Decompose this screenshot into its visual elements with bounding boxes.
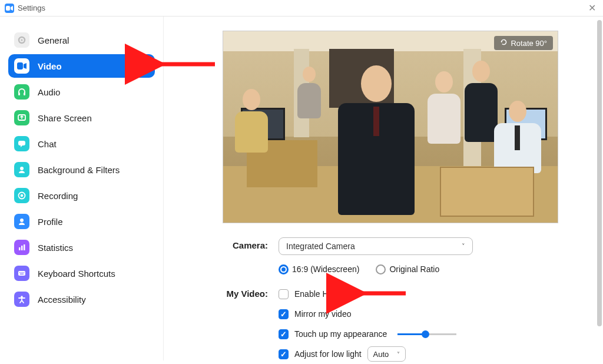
sidebar-item-label: Share Screen	[38, 113, 92, 123]
svg-rect-14	[24, 244, 25, 250]
svg-rect-3	[17, 62, 23, 70]
scrollbar[interactable]	[597, 20, 602, 326]
sidebar-item-label: Audio	[38, 87, 60, 97]
sidebar-item-label: Statistics	[38, 243, 73, 253]
svg-rect-16	[19, 272, 20, 273]
checkbox-lowlight[interactable]	[279, 349, 289, 359]
checkbox-label: Mirror my video	[294, 309, 351, 319]
close-button[interactable]: ✕	[586, 2, 598, 14]
myvideo-label: My Video:	[223, 286, 279, 299]
checkbox-enable-hd[interactable]	[279, 289, 289, 299]
svg-rect-12	[19, 247, 21, 250]
svg-point-2	[21, 39, 22, 41]
lowlight-select[interactable]: Auto ˅	[367, 346, 406, 362]
sidebar-item-label: Keyboard Shortcuts	[38, 269, 115, 279]
sidebar-item-video[interactable]: Video	[8, 54, 155, 78]
video-preview: Rotate 90°	[223, 31, 558, 223]
svg-point-10	[21, 194, 24, 197]
app-icon	[5, 4, 14, 13]
sidebar-item-accessibility[interactable]: Accessibility	[8, 287, 155, 311]
sidebar-item-audio[interactable]: Audio	[8, 80, 155, 104]
sidebar-item-chat[interactable]: Chat	[8, 132, 155, 155]
chevron-down-icon: ˅	[397, 351, 400, 358]
svg-rect-4	[18, 92, 20, 95]
sidebar-item-label: Chat	[38, 139, 57, 149]
svg-rect-20	[20, 274, 24, 274]
rotate-icon	[500, 38, 508, 48]
radio-label: 16:9 (Widescreen)	[292, 264, 359, 274]
checkbox-label: Touch up my appearance	[294, 329, 387, 339]
radio-original-ratio[interactable]: Original Ratio	[376, 264, 439, 274]
main-panel: Rotate 90° Camera: Integrated Camera ˅ 1…	[164, 16, 603, 360]
sidebar-item-general[interactable]: General	[8, 28, 155, 52]
sidebar-item-recording[interactable]: Recording	[8, 184, 155, 207]
sidebar-item-share-screen[interactable]: Share Screen	[8, 106, 155, 130]
checkbox-mirror[interactable]	[279, 309, 289, 319]
radio-icon	[376, 264, 386, 274]
camera-label: Camera:	[223, 237, 279, 250]
gear-icon	[14, 32, 29, 48]
checkbox-label: Enable HD	[294, 289, 334, 299]
record-icon	[14, 188, 29, 203]
person-icon	[14, 162, 29, 177]
sidebar-item-label: Profile	[38, 217, 63, 227]
svg-rect-5	[24, 92, 25, 95]
sidebar-item-keyboard-shortcuts[interactable]: Keyboard Shortcuts	[8, 262, 155, 285]
profile-icon	[14, 214, 29, 229]
checkbox-touchup[interactable]	[279, 329, 289, 339]
svg-rect-15	[18, 271, 25, 276]
camera-select[interactable]: Integrated Camera ˅	[279, 237, 473, 255]
rotate-label: Rotate 90°	[511, 39, 547, 48]
svg-point-11	[20, 219, 24, 222]
keyboard-icon	[14, 266, 29, 281]
share-icon	[14, 110, 29, 125]
sidebar-item-label: Background & Filters	[38, 165, 120, 175]
sidebar: General Video Audio Share Screen Chat Ba…	[0, 16, 164, 360]
svg-rect-19	[24, 272, 24, 273]
svg-rect-18	[22, 272, 23, 273]
touchup-slider[interactable]	[397, 333, 456, 335]
camera-select-value: Integrated Camera	[286, 241, 355, 251]
svg-rect-13	[21, 246, 23, 250]
radio-icon	[279, 264, 289, 274]
sidebar-item-statistics[interactable]: Statistics	[8, 236, 155, 259]
titlebar: Settings ✕	[0, 0, 603, 16]
radio-widescreen[interactable]: 16:9 (Widescreen)	[279, 264, 359, 274]
svg-rect-17	[21, 272, 21, 273]
svg-point-8	[20, 167, 24, 170]
radio-label: Original Ratio	[389, 264, 439, 274]
accessibility-icon	[14, 292, 29, 307]
sidebar-item-background-filters[interactable]: Background & Filters	[8, 158, 155, 181]
svg-rect-0	[6, 6, 10, 11]
checkbox-label: Adjust for low light	[294, 349, 362, 359]
sidebar-item-label: General	[38, 35, 69, 45]
rotate-button[interactable]: Rotate 90°	[494, 36, 553, 50]
sidebar-item-label: Video	[38, 61, 62, 71]
sidebar-item-label: Recording	[38, 191, 78, 201]
chevron-down-icon: ˅	[462, 243, 465, 250]
stats-icon	[14, 240, 29, 255]
window-title: Settings	[18, 4, 45, 12]
lowlight-select-value: Auto	[373, 350, 389, 359]
svg-rect-7	[18, 141, 25, 145]
sidebar-item-label: Accessibility	[38, 294, 86, 305]
sidebar-item-profile[interactable]: Profile	[8, 210, 155, 233]
headphones-icon	[14, 84, 29, 100]
video-icon	[14, 58, 29, 74]
chat-icon	[14, 136, 29, 151]
